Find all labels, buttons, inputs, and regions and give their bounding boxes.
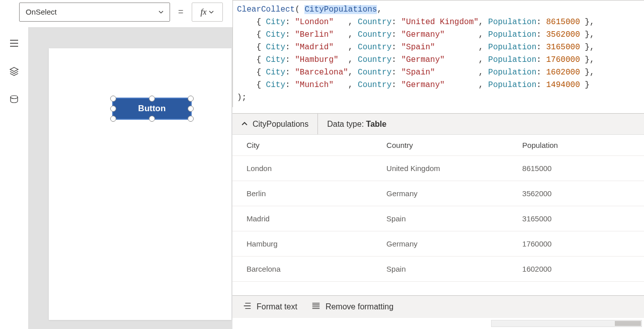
resize-handle-bl[interactable] bbox=[110, 116, 116, 122]
resize-handle-tm[interactable] bbox=[149, 96, 155, 102]
canvas-button-label: Button bbox=[138, 104, 166, 114]
resize-handle-tr[interactable] bbox=[188, 96, 194, 102]
fx-icon: fx bbox=[200, 7, 206, 17]
data-icon[interactable] bbox=[9, 95, 19, 105]
chevron-down-icon bbox=[158, 8, 164, 16]
column-header[interactable]: City bbox=[232, 135, 372, 156]
resize-handle-br[interactable] bbox=[188, 116, 194, 122]
svg-point-0 bbox=[11, 96, 18, 99]
format-text-button[interactable]: Format text bbox=[243, 301, 297, 312]
table-cell: Spain bbox=[372, 206, 508, 231]
table-cell: 3165000 bbox=[508, 206, 644, 231]
table-cell: 3562000 bbox=[508, 181, 644, 206]
format-text-icon bbox=[243, 301, 252, 312]
remove-formatting-icon bbox=[311, 301, 320, 312]
resize-handle-mr[interactable] bbox=[188, 106, 194, 112]
property-dropdown-value: OnSelect bbox=[26, 8, 57, 16]
table-cell: Madrid bbox=[232, 206, 372, 231]
table-row[interactable]: LondonUnited Kingdom8615000 bbox=[232, 156, 644, 181]
table-cell: London bbox=[232, 156, 372, 181]
side-rail bbox=[0, 27, 28, 329]
remove-formatting-button[interactable]: Remove formatting bbox=[311, 301, 393, 312]
table-cell: 1602000 bbox=[508, 257, 644, 282]
collection-name: CityPopulations bbox=[253, 120, 308, 129]
table-row[interactable]: BerlinGermany3562000 bbox=[232, 181, 644, 206]
layers-icon[interactable] bbox=[9, 66, 19, 76]
collection-header[interactable]: CityPopulations bbox=[242, 114, 318, 134]
data-type-label: Data type: Table bbox=[318, 120, 386, 129]
table-cell: Hamburg bbox=[232, 231, 372, 257]
table-cell: Germany bbox=[372, 231, 508, 257]
resize-handle-tl[interactable] bbox=[110, 96, 116, 102]
resize-handle-bm[interactable] bbox=[149, 116, 155, 122]
results-table[interactable]: CityCountryPopulation LondonUnited Kingd… bbox=[232, 135, 644, 314]
table-row[interactable]: MadridSpain3165000 bbox=[232, 206, 644, 231]
formula-toolbar: Format text Remove formatting bbox=[232, 295, 644, 318]
canvas-screen[interactable]: Button bbox=[49, 48, 231, 320]
hamburger-icon[interactable] bbox=[9, 38, 19, 48]
table-cell: 8615000 bbox=[508, 156, 644, 181]
table-header-row: CityCountryPopulation bbox=[232, 135, 644, 156]
chevron-up-icon bbox=[242, 120, 248, 129]
canvas-area: Button bbox=[28, 27, 232, 329]
table-cell: United Kingdom bbox=[372, 156, 508, 181]
table-cell: Barcelona bbox=[232, 257, 372, 282]
table-row[interactable]: HamburgGermany1760000 bbox=[232, 231, 644, 257]
table-row[interactable]: BarcelonaSpain1602000 bbox=[232, 257, 644, 282]
table-cell: Berlin bbox=[232, 181, 372, 206]
results-header: CityPopulations Data type: Table bbox=[232, 114, 644, 135]
horizontal-scrollbar[interactable] bbox=[491, 320, 642, 327]
property-dropdown[interactable]: OnSelect bbox=[19, 3, 170, 22]
fx-button[interactable]: fx bbox=[192, 3, 223, 22]
chevron-down-icon bbox=[209, 8, 214, 16]
equals-label: = bbox=[175, 7, 187, 17]
column-header[interactable]: Population bbox=[508, 135, 644, 156]
table-cell: Germany bbox=[372, 181, 508, 206]
results-panel: CityPopulations Data type: Table CityCou… bbox=[232, 113, 644, 314]
scrollbar-thumb[interactable] bbox=[615, 321, 641, 326]
remove-formatting-label: Remove formatting bbox=[326, 302, 393, 311]
column-header[interactable]: Country bbox=[372, 135, 508, 156]
format-text-label: Format text bbox=[257, 302, 297, 311]
table-cell: Spain bbox=[372, 257, 508, 282]
resize-handle-ml[interactable] bbox=[110, 106, 116, 112]
canvas-button-control[interactable]: Button bbox=[112, 98, 192, 120]
table-cell: 1760000 bbox=[508, 231, 644, 257]
